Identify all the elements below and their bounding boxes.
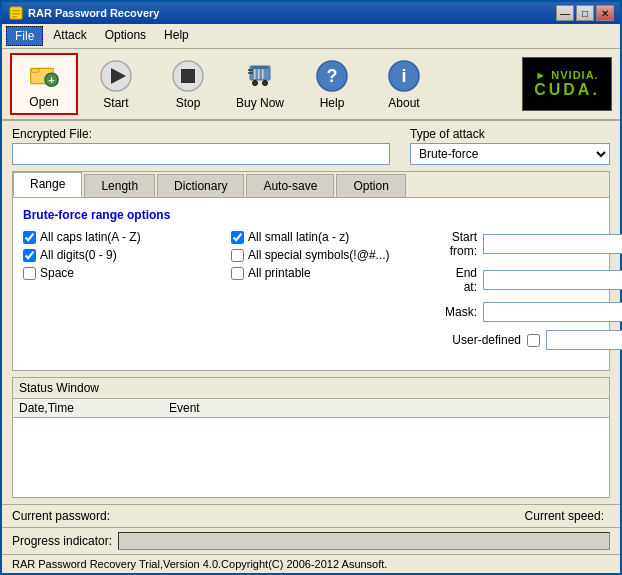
open-icon: + <box>26 59 62 93</box>
start-from-label: Start from: <box>441 230 477 258</box>
maximize-button[interactable]: □ <box>576 5 594 21</box>
title-controls: — □ ✕ <box>556 5 614 21</box>
current-password-label: Current password: <box>12 509 110 523</box>
attack-type-section: Type of attack Brute-force Dictionary Pl… <box>410 127 610 165</box>
svg-rect-2 <box>12 13 20 15</box>
progress-label: Progress indicator: <box>12 534 112 548</box>
start-icon <box>98 58 134 94</box>
buy-label: Buy Now <box>236 96 284 110</box>
checkbox-special-label: All special symbols(!@#...) <box>248 248 390 262</box>
end-at-input[interactable] <box>483 270 622 290</box>
about-label: About <box>388 96 419 110</box>
svg-rect-1 <box>12 10 20 12</box>
tab-range[interactable]: Range <box>13 172 82 197</box>
current-speed-field: Current speed: <box>525 509 610 523</box>
open-label: Open <box>29 95 58 109</box>
checkbox-special-input[interactable] <box>231 249 244 262</box>
current-speed-label: Current speed: <box>525 509 604 523</box>
status-footer: RAR Password Recovery Trial,Version 4.0.… <box>2 554 620 573</box>
nvidia-text: ► NVIDIA. <box>535 69 598 81</box>
tab-range-content: Brute-force range options All caps latin… <box>13 198 609 370</box>
start-label: Start <box>103 96 128 110</box>
buy-button[interactable]: Buy Now <box>226 53 294 115</box>
attack-type-label: Type of attack <box>410 127 610 141</box>
cuda-text: CUDA. <box>534 81 600 99</box>
user-defined-checkbox[interactable] <box>527 334 540 347</box>
help-button[interactable]: ? Help <box>298 53 366 115</box>
tab-bar: Range Length Dictionary Auto-save Option <box>13 172 609 198</box>
progress-bar-track <box>118 532 610 550</box>
status-table: Date,Time Event <box>13 399 609 498</box>
help-icon: ? <box>314 58 350 94</box>
title-bar: RAR Password Recovery — □ ✕ <box>2 2 620 24</box>
tabs-container: Range Length Dictionary Auto-save Option… <box>12 171 610 371</box>
stop-icon <box>170 58 206 94</box>
svg-rect-14 <box>254 69 256 79</box>
start-button[interactable]: Start <box>82 53 150 115</box>
checkbox-space-label: Space <box>40 266 74 280</box>
checkbox-space-input[interactable] <box>23 267 36 280</box>
encrypted-file-input[interactable] <box>12 143 390 165</box>
end-at-label: End at: <box>441 266 477 294</box>
checkbox-digits-label: All digits(0 - 9) <box>40 248 117 262</box>
menu-options[interactable]: Options <box>97 26 154 46</box>
svg-rect-3 <box>12 16 17 18</box>
start-from-input[interactable] <box>483 234 622 254</box>
checkbox-printable: All printable <box>231 266 431 280</box>
user-defined-input[interactable] <box>546 330 622 350</box>
about-button[interactable]: i About <box>370 53 438 115</box>
stop-label: Stop <box>176 96 201 110</box>
toolbar: + Open Start Stop <box>2 49 620 121</box>
bf-left: All caps latin(A - Z) All small latin(a … <box>23 230 431 354</box>
svg-rect-13 <box>252 66 268 69</box>
status-table-body <box>13 417 609 497</box>
bf-right: Start from: End at: Mask: User-defi <box>441 230 622 354</box>
svg-rect-15 <box>258 69 260 79</box>
status-col-event: Event <box>163 399 609 418</box>
attack-type-select[interactable]: Brute-force Dictionary Plain-text <box>410 143 610 165</box>
user-defined-label: User-defined <box>441 333 521 347</box>
menu-help[interactable]: Help <box>156 26 197 46</box>
end-at-row: End at: <box>441 266 622 294</box>
status-window-title: Status Window <box>13 378 609 399</box>
tab-length[interactable]: Length <box>84 174 155 197</box>
checkbox-printable-label: All printable <box>248 266 311 280</box>
open-button[interactable]: + Open <box>10 53 78 115</box>
window-title: RAR Password Recovery <box>28 7 159 19</box>
menu-attack[interactable]: Attack <box>45 26 94 46</box>
status-window: Status Window Date,Time Event <box>12 377 610 499</box>
checkbox-caps-input[interactable] <box>23 231 36 244</box>
close-button[interactable]: ✕ <box>596 5 614 21</box>
cart-icon <box>242 58 278 94</box>
stop-button[interactable]: Stop <box>154 53 222 115</box>
tab-dictionary[interactable]: Dictionary <box>157 174 244 197</box>
checkbox-caps-label: All caps latin(A - Z) <box>40 230 141 244</box>
brute-force-section-title: Brute-force range options <box>23 208 599 222</box>
minimize-button[interactable]: — <box>556 5 574 21</box>
title-bar-left: RAR Password Recovery <box>8 5 159 21</box>
checkbox-printable-input[interactable] <box>231 267 244 280</box>
svg-point-18 <box>263 81 268 86</box>
user-defined-row: User-defined <box>441 330 622 350</box>
checkbox-grid: All caps latin(A - Z) All small latin(a … <box>23 230 431 280</box>
about-icon: i <box>386 58 422 94</box>
encrypted-file-label: Encrypted File: <box>12 127 390 141</box>
start-from-row: Start from: <box>441 230 622 258</box>
svg-rect-11 <box>181 69 195 83</box>
nvidia-logo: ► NVIDIA. CUDA. <box>522 57 612 111</box>
tab-autosave[interactable]: Auto-save <box>246 174 334 197</box>
menu-file[interactable]: File <box>6 26 43 46</box>
svg-text:+: + <box>48 74 55 86</box>
svg-point-17 <box>253 81 258 86</box>
checkbox-digits-input[interactable] <box>23 249 36 262</box>
app-icon <box>8 5 24 21</box>
progress-bar-container: Progress indicator: <box>2 527 620 554</box>
footer-text: RAR Password Recovery Trial,Version 4.0.… <box>12 558 387 570</box>
checkbox-space: Space <box>23 266 223 280</box>
checkbox-digits: All digits(0 - 9) <box>23 248 223 262</box>
mask-input[interactable] <box>483 302 622 322</box>
tab-option[interactable]: Option <box>336 174 405 197</box>
checkbox-small: All small latin(a - z) <box>231 230 431 244</box>
checkbox-small-input[interactable] <box>231 231 244 244</box>
checkbox-small-label: All small latin(a - z) <box>248 230 349 244</box>
